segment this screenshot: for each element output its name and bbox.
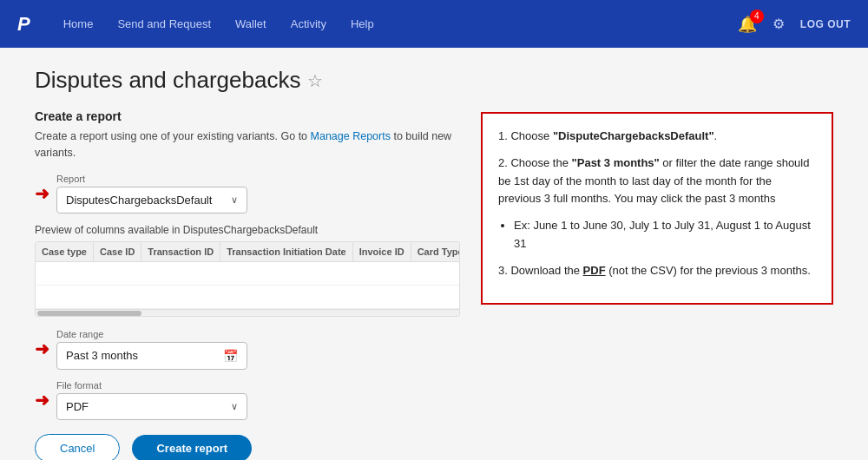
scrollbar-thumb[interactable] [37,311,141,316]
date-range-value: Past 3 months [66,349,138,362]
file-format-row: ➜ File format PDF ∨ [35,380,460,420]
file-format-group: File format PDF ∨ [56,380,247,420]
table-row [36,261,460,285]
main-content: Disputes and chargebacks ☆ Create a repo… [0,48,868,460]
calendar-icon: 📅 [223,349,238,363]
instructions-box: 1. Choose "DisputeChargebacksDefault". 2… [481,112,833,305]
page-title: Disputes and chargebacks ☆ [35,67,460,94]
create-report-label: Create a report [35,109,460,123]
instruction-step2: 2. Choose the "Past 3 months" or filter … [498,154,816,208]
report-chevron-icon: ∨ [231,194,238,206]
preview-table-wrapper: Case type Case ID Transaction ID Transac… [35,241,460,317]
file-format-select[interactable]: PDF ∨ [56,393,247,420]
report-field-label: Report [56,174,247,184]
nav-right: 🔔 4 ⚙ LOG OUT [738,15,851,34]
nav-activity[interactable]: Activity [291,17,326,30]
format-arrow-icon: ➜ [35,390,49,411]
col-card-type: Card Type [411,242,460,262]
report-field-row: ➜ Report DisputesChargebacksDefault ∨ [35,174,460,214]
action-buttons: Cancel Create report [35,434,460,461]
instruction-step1: 1. Choose "DisputeChargebacksDefault". [498,128,816,146]
col-transaction-id: Transaction ID [141,242,220,262]
table-row [36,285,460,308]
table-header-row: Case type Case ID Transaction ID Transac… [36,242,460,262]
date-range-input[interactable]: Past 3 months 📅 [56,342,247,370]
report-arrow-icon: ➜ [35,183,49,204]
date-arrow-icon: ➜ [35,338,49,359]
col-transaction-date: Transaction Initiation Date [220,242,353,262]
logout-button[interactable]: LOG OUT [800,18,851,30]
report-field-group: Report DisputesChargebacksDefault ∨ [56,174,247,214]
create-report-button[interactable]: Create report [132,435,252,461]
nav-home[interactable]: Home [63,17,94,30]
instruction-bullet: Ex: June 1 to June 30, July 1 to July 31… [514,217,816,253]
step2-bold: "Past 3 months" [572,156,660,169]
file-format-value: PDF [66,400,89,413]
col-invoice-id: Invoice ID [352,242,411,262]
notification-bell-icon[interactable]: 🔔 4 [738,15,757,34]
preview-table: Case type Case ID Transaction ID Transac… [36,242,460,309]
paypal-logo: P [17,13,30,36]
instruction-step3: 3. Download the PDF (not the CSV) for th… [498,262,816,280]
col-case-id: Case ID [93,242,141,262]
nav-send-request[interactable]: Send and Request [117,17,211,30]
file-format-label: File format [56,380,247,391]
manage-reports-link[interactable]: Manage Reports [311,130,391,142]
step3-pdf: PDF [583,264,606,277]
favorite-star-icon[interactable]: ☆ [307,70,323,91]
date-field-group: Date range Past 3 months 📅 [56,329,247,370]
left-column: Disputes and chargebacks ☆ Create a repo… [35,67,460,460]
nav-help[interactable]: Help [351,17,374,30]
format-chevron-icon: ∨ [231,401,238,412]
preview-label: Preview of columns available in Disputes… [35,224,460,236]
date-range-label: Date range [56,329,247,339]
step1-bold: "DisputeChargebacksDefault" [553,129,714,142]
horizontal-scrollbar[interactable] [36,309,459,316]
date-range-row: ➜ Date range Past 3 months 📅 [35,329,460,370]
notification-count: 4 [750,10,764,23]
col-case-type: Case type [36,242,93,262]
cancel-button[interactable]: Cancel [35,434,120,461]
report-select[interactable]: DisputesChargebacksDefault ∨ [56,187,247,214]
nav-wallet[interactable]: Wallet [235,17,266,30]
navbar: P Home Send and Request Wallet Activity … [0,0,868,48]
instruction-bullets: Ex: June 1 to June 30, July 1 to July 31… [514,217,816,253]
settings-gear-icon[interactable]: ⚙ [773,16,785,32]
create-report-desc: Create a report using one of your existi… [35,128,460,161]
report-select-value: DisputesChargebacksDefault [66,194,212,207]
